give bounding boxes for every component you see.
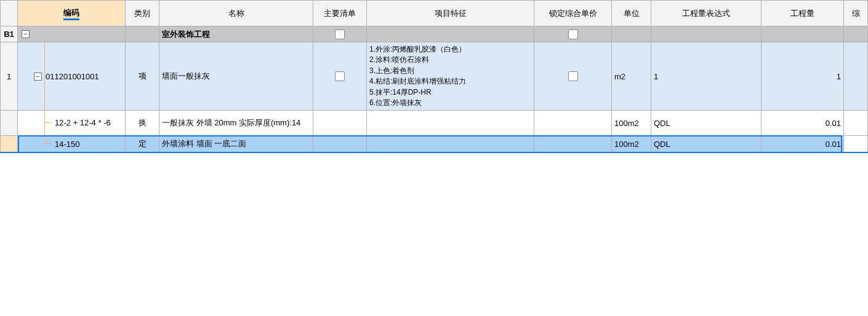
header-qty-expr[interactable]: 工程量表达式 — [651, 1, 762, 26]
cell-category[interactable] — [126, 26, 159, 42]
cell-lock[interactable] — [534, 42, 612, 110]
collapse-icon[interactable]: − — [34, 73, 42, 81]
cell-features[interactable] — [367, 26, 534, 42]
cell-unit[interactable]: m2 — [612, 42, 651, 110]
cell-code[interactable]: − 011201001001 — [18, 42, 126, 110]
header-main-list[interactable]: 主要清单 — [313, 1, 367, 26]
cell-category[interactable]: 项 — [126, 42, 159, 110]
header-category[interactable]: 类别 — [126, 1, 159, 26]
header-rownum — [0, 1, 18, 26]
cell-end[interactable] — [844, 42, 868, 110]
cell-quantity[interactable] — [762, 26, 844, 42]
cell-qty-expr[interactable]: 1 — [651, 42, 762, 110]
header-name[interactable]: 名称 — [159, 1, 313, 26]
header-features[interactable]: 项目特征 — [367, 1, 534, 26]
rownum — [0, 111, 18, 135]
cell-category[interactable]: 定 — [126, 136, 159, 152]
cell-code[interactable]: 14-150 — [18, 136, 126, 152]
cell-main-list[interactable] — [313, 26, 367, 42]
cell-unit[interactable]: 100m2 — [612, 111, 651, 135]
cell-lock[interactable] — [534, 136, 612, 152]
rownum: 1 — [0, 42, 18, 110]
cell-name[interactable]: 外墙涂料 墙面 一底二面 — [159, 136, 313, 152]
rownum: B1 — [0, 26, 18, 42]
cell-code[interactable]: 12-2 + 12-4 * -6 — [18, 111, 126, 135]
data-grid[interactable]: 编码 类别 名称 主要清单 项目特征 锁定综合单价 单位 工程量表达式 工程量 … — [0, 0, 868, 153]
checkbox[interactable] — [335, 71, 345, 81]
cell-unit[interactable]: 100m2 — [612, 136, 651, 152]
cell-name[interactable]: 一般抹灰 外墙 20mm 实际厚度(mm):14 — [159, 111, 313, 135]
header-lock-price[interactable]: 锁定综合单价 — [534, 1, 612, 26]
code-value: 12-2 + 12-4 * -6 — [55, 118, 111, 128]
cell-lock[interactable] — [534, 111, 612, 135]
table-row-selected[interactable]: 14-150 定 外墙涂料 墙面 一底二面 100m2 QDL 0.01 — [0, 136, 868, 153]
cell-end[interactable] — [844, 136, 868, 152]
cell-name[interactable]: 墙面一般抹灰 — [159, 42, 313, 110]
checkbox[interactable] — [335, 30, 345, 39]
cell-main-list[interactable] — [313, 42, 367, 110]
collapse-icon[interactable]: − — [22, 30, 30, 38]
cell-features[interactable] — [367, 136, 534, 152]
cell-features[interactable] — [367, 111, 534, 135]
table-row-group[interactable]: B1 − 室外装饰工程 — [0, 26, 868, 42]
cell-quantity[interactable]: 0.01 — [762, 136, 844, 152]
cell-category[interactable]: 换 — [126, 111, 159, 135]
header-last[interactable]: 综 — [844, 1, 868, 26]
table-row[interactable]: 1 − 011201001001 项 墙面一般抹灰 1.外涂:丙烯酸乳胶漆（白色… — [0, 42, 868, 111]
header-quantity[interactable]: 工程量 — [762, 1, 844, 26]
cell-lock[interactable] — [534, 26, 612, 42]
cell-features[interactable]: 1.外涂:丙烯酸乳胶漆（白色） 2.涂料:喷仿石涂料 3.上色:着色剂 4.粘结… — [367, 42, 534, 110]
cell-name[interactable]: 室外装饰工程 — [159, 26, 313, 42]
header-row: 编码 类别 名称 主要清单 项目特征 锁定综合单价 单位 工程量表达式 工程量 … — [0, 0, 868, 26]
cell-main-list[interactable] — [313, 111, 367, 135]
code-value: 14-150 — [55, 140, 79, 149]
table-row[interactable]: 12-2 + 12-4 * -6 换 一般抹灰 外墙 20mm 实际厚度(mm)… — [0, 111, 868, 136]
checkbox[interactable] — [568, 30, 578, 39]
header-unit[interactable]: 单位 — [612, 1, 651, 26]
cell-qty-expr[interactable]: QDL — [651, 111, 762, 135]
checkbox[interactable] — [568, 71, 578, 81]
cell-end[interactable] — [844, 111, 868, 135]
rownum — [0, 136, 18, 152]
cell-qty-expr[interactable]: QDL — [651, 136, 762, 152]
cell-unit[interactable] — [612, 26, 651, 42]
selected-row-wrap: 14-150 定 外墙涂料 墙面 一底二面 100m2 QDL 0.01 — [0, 136, 868, 153]
cell-qty-expr[interactable] — [651, 26, 762, 42]
cell-code[interactable]: − — [18, 26, 126, 42]
cell-main-list[interactable] — [313, 136, 367, 152]
header-code[interactable]: 编码 — [18, 1, 126, 26]
cell-quantity[interactable]: 1 — [762, 42, 844, 110]
cell-quantity[interactable]: 0.01 — [762, 111, 844, 135]
header-code-label: 编码 — [63, 8, 79, 17]
features-text: 1.外涂:丙烯酸乳胶漆（白色） 2.涂料:喷仿石涂料 3.上色:着色剂 4.粘结… — [369, 44, 466, 108]
cell-end[interactable] — [844, 26, 868, 42]
code-value: 011201001001 — [46, 72, 99, 81]
